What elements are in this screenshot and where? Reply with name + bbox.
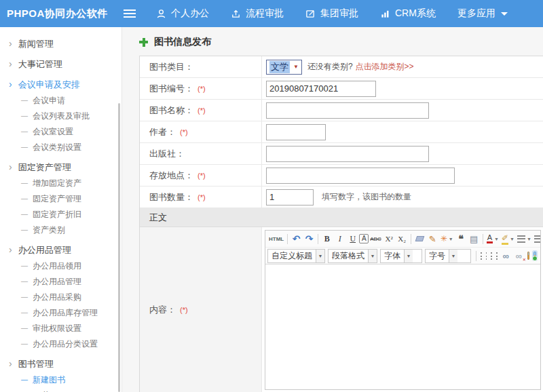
form-row-content: 内容： (*) HTML ↶ ↷ B I <box>140 227 543 392</box>
field-value: 文学 ▼ 还没有类别? 点击添加类别>> <box>262 56 543 77</box>
label-text: 内容： <box>149 304 176 316</box>
required-mark: (*) <box>198 106 206 115</box>
sidebar-item[interactable]: 资产类别 <box>0 222 121 237</box>
nav-label: 更多应用 <box>457 7 495 20</box>
sidebar-item[interactable]: 办公用品管理 <box>0 273 121 289</box>
undo-icon[interactable]: ↶ <box>290 232 303 246</box>
sidebar-item[interactable]: 固定资产管理 <box>0 159 121 175</box>
label-text: 图书名称： <box>149 104 193 117</box>
book-name-input[interactable] <box>266 102 429 119</box>
category-select[interactable]: 文学 ▼ <box>266 60 302 75</box>
editor-content-area[interactable] <box>265 264 540 389</box>
italic-icon[interactable]: I <box>333 232 346 246</box>
sidebar-item[interactable]: 图书管理 <box>0 355 121 372</box>
nav-more-apps[interactable]: 更多应用 <box>457 7 508 20</box>
sidebar-item[interactable]: 新闻管理 <box>0 35 121 52</box>
toolbar-separator <box>287 234 288 244</box>
nav-workflow-approval[interactable]: 流程审批 <box>231 7 284 20</box>
font-size-select[interactable]: 字号 ▼ <box>425 249 471 263</box>
sidebar-item[interactable]: 会议列表及审批 <box>0 108 121 123</box>
sidebar-item[interactable]: 办公用品分类设置 <box>0 336 121 351</box>
field-label: 内容： (*) <box>140 227 262 392</box>
ordered-list-icon[interactable]: ▼ <box>516 232 533 246</box>
blockquote-icon[interactable]: ❝ <box>455 232 468 246</box>
paragraph-format-select[interactable]: 段落格式 ▼ <box>328 249 377 263</box>
topbar: PHPOA协同办公软件 个人办公 流程审批 <box>0 0 543 27</box>
location-input[interactable] <box>266 168 455 184</box>
sidebar-item[interactable]: 会议室设置 <box>0 123 121 139</box>
field-value <box>262 78 543 99</box>
nav-label: CRM系统 <box>395 7 436 20</box>
field-value: HTML ↶ ↷ B I U A ABC X² X₂ <box>262 227 543 392</box>
sidebar-item[interactable]: 增加固定资产 <box>0 175 121 191</box>
sidebar-item[interactable]: 会议类别设置 <box>0 139 121 155</box>
toolbar-separator <box>483 234 483 244</box>
font-border-icon[interactable]: A <box>359 234 369 243</box>
add-category-link[interactable]: 点击添加类别>> <box>356 61 414 73</box>
nav-label: 集团审批 <box>320 7 358 20</box>
align-justify-icon[interactable] <box>496 252 498 260</box>
nav-group-approval[interactable]: 集团审批 <box>305 7 358 20</box>
plus-icon <box>139 38 148 47</box>
sidebar: 新闻管理 大事记管理 会议申请及安排 会议申请 会议列表及审批 会议室设置 会议… <box>0 27 122 392</box>
nav-crm-system[interactable]: CRM系统 <box>380 7 436 20</box>
required-mark: (*) <box>180 306 188 314</box>
caret-down-icon <box>501 12 508 16</box>
font-family-select[interactable]: 字体 ▼ <box>380 249 422 263</box>
sidebar-item[interactable]: 办公用品库存管理 <box>0 305 121 320</box>
form-row-book-name: 图书名称： (*) <box>140 100 543 121</box>
book-number-input[interactable] <box>266 81 376 97</box>
select-label: 段落格式 <box>332 250 364 262</box>
underline-icon[interactable]: U <box>346 232 359 246</box>
bold-icon[interactable]: B <box>320 232 333 246</box>
insert-link-icon[interactable]: ∞ <box>500 249 512 262</box>
editor-toolbar-row1: HTML ↶ ↷ B I U A ABC X² X₂ <box>265 231 540 248</box>
approval-edit-icon <box>305 9 316 19</box>
nav-label: 流程审批 <box>246 7 284 20</box>
required-mark: (*) <box>198 172 206 180</box>
subscript-icon[interactable]: X₂ <box>396 232 409 246</box>
sidebar-item[interactable]: 会议申请及安排 <box>0 76 121 92</box>
redo-icon[interactable]: ↷ <box>303 232 316 246</box>
book-form: 图书类目： 文学 ▼ 还没有类别? 点击添加类别>> 图书编号： (*) <box>139 56 543 392</box>
insert-media-icon[interactable] <box>533 252 536 260</box>
nav-personal-office[interactable]: 个人办公 <box>156 7 209 20</box>
eraser-icon[interactable] <box>413 232 426 246</box>
align-center-icon[interactable] <box>486 252 487 260</box>
sidebar-item[interactable]: 固定资产管理 <box>0 191 121 206</box>
sidebar-scrollbar[interactable] <box>118 103 120 392</box>
hamburger-icon[interactable] <box>124 9 136 18</box>
sidebar-item[interactable]: 固定资产折旧 <box>0 206 121 222</box>
paste-icon[interactable]: ▤ <box>468 232 481 246</box>
sidebar-item[interactable]: 新建图书 <box>0 372 121 387</box>
select-label: 自定义标题 <box>272 250 312 262</box>
sidebar-item[interactable]: 图书管理 <box>0 387 121 392</box>
sidebar-item[interactable]: 审批权限设置 <box>0 320 121 336</box>
highlight-color-icon[interactable]: ✐▼ <box>500 232 516 246</box>
toolbar-separator <box>318 234 318 244</box>
nav-label: 个人办公 <box>171 7 209 20</box>
sidebar-item[interactable]: 会议申请 <box>0 92 121 108</box>
workflow-icon <box>231 9 241 19</box>
insert-image-icon[interactable] <box>527 252 530 260</box>
unordered-list-icon[interactable]: ▼ <box>533 232 540 246</box>
sidebar-item[interactable]: 办公用品领用 <box>0 258 121 273</box>
quantity-input[interactable] <box>266 189 314 205</box>
publisher-input[interactable] <box>266 146 429 162</box>
format-brush-icon[interactable]: ✎ <box>426 232 439 246</box>
remove-link-icon[interactable]: ∞ <box>512 249 525 262</box>
align-right-icon[interactable] <box>491 252 492 260</box>
sidebar-item[interactable]: 大事记管理 <box>0 56 121 72</box>
font-color-icon[interactable]: A▼ <box>485 232 500 246</box>
sidebar-item[interactable]: 办公用品采购 <box>0 289 121 305</box>
sidebar-item[interactable]: 办公用品管理 <box>0 241 121 258</box>
custom-heading-select[interactable]: 自定义标题 ▼ <box>267 249 325 263</box>
superscript-icon[interactable]: X² <box>383 232 396 246</box>
align-left-icon[interactable] <box>481 252 482 260</box>
form-row-author: 作者： (*) <box>140 121 543 143</box>
author-input[interactable] <box>266 124 326 140</box>
strikethrough-icon[interactable]: ABC <box>369 232 382 246</box>
label-text: 出版社： <box>149 148 185 160</box>
format-paint-icon[interactable]: ✳▼ <box>439 232 455 246</box>
html-source-button[interactable]: HTML <box>267 232 285 246</box>
